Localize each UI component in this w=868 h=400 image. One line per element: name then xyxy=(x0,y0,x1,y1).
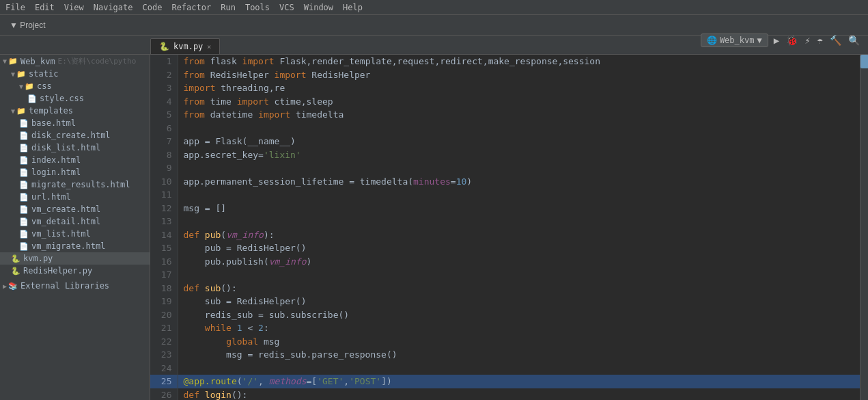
code-line-11: 11 xyxy=(150,188,860,202)
sidebar-label-redishelper: RedisHelper.py xyxy=(23,266,92,276)
sidebar-item-redishelper[interactable]: 🐍 RedisHelper.py xyxy=(0,265,150,277)
templates-expand: ▼ xyxy=(11,107,15,115)
menu-tools[interactable]: Tools xyxy=(245,3,270,12)
menu-help[interactable]: Help xyxy=(343,3,363,12)
scrollbar[interactable] xyxy=(860,55,868,400)
sidebar-label-index: index.html xyxy=(31,155,81,165)
sidebar-label-url: url.html xyxy=(31,192,71,202)
line-code-26: def login(): xyxy=(178,388,860,401)
project-dropdown-btn[interactable]: ▼ Project xyxy=(5,19,50,31)
sidebar-item-extlibs[interactable]: ▶ 📚 External Libraries xyxy=(0,280,150,292)
sidebar-item-vmdetail[interactable]: 📄 vm_detail.html xyxy=(0,215,150,228)
extlibs-expand: ▶ xyxy=(3,282,7,290)
run-icon[interactable]: ▶ xyxy=(771,34,782,47)
menu-window[interactable]: Window xyxy=(304,3,333,12)
sidebar-item-vmlist[interactable]: 📄 vm_list.html xyxy=(0,228,150,240)
line-num-19: 19 xyxy=(150,295,178,308)
build-icon[interactable]: 🔨 xyxy=(827,34,844,47)
search-icon[interactable]: 🔍 xyxy=(845,34,863,47)
code-line-16: 16 pub.publish(vm_info) xyxy=(150,255,860,269)
scrollbar-thumb[interactable] xyxy=(860,55,868,68)
code-line-3: 3 import threading,re xyxy=(150,81,860,95)
code-editor[interactable]: 1 from flask import Flask,render_templat… xyxy=(150,55,860,400)
coverage-icon[interactable]: ☂ xyxy=(815,34,826,47)
line-num-14: 14 xyxy=(150,228,178,242)
line-num-11: 11 xyxy=(150,188,178,202)
line-code-1: from flask import Flask,render_template,… xyxy=(178,55,860,68)
sidebar-item-templates[interactable]: ▼ 📁 templates xyxy=(0,105,150,117)
sidebar-label-login: login.html xyxy=(31,168,81,177)
sidebar-label-static: static xyxy=(29,69,58,79)
line-code-7: app = Flask(__name__) xyxy=(178,135,860,148)
menu-vcs[interactable]: VCS xyxy=(279,3,294,12)
sidebar-item-migrate-results[interactable]: 📄 migrate_results.html xyxy=(0,178,150,191)
line-code-12: msg = [] xyxy=(178,202,860,215)
code-line-1: 1 from flask import Flask,render_templat… xyxy=(150,55,860,68)
code-line-19: 19 sub = RedisHelper() xyxy=(150,295,860,308)
line-code-5: from datetime import timedelta xyxy=(178,108,860,122)
sidebar-label-templates: templates xyxy=(29,106,73,116)
code-line-8: 8 app.secret_key='lixin' xyxy=(150,148,860,162)
code-line-2: 2 from RedisHelper import RedisHelper xyxy=(150,68,860,82)
code-line-22: 22 global msg xyxy=(150,335,860,349)
sidebar-label-extlibs: External Libraries xyxy=(20,281,109,291)
html-icon-6: 📄 xyxy=(19,181,29,189)
menu-run[interactable]: Run xyxy=(221,3,236,12)
profile-icon[interactable]: ⚡ xyxy=(802,34,813,47)
sidebar-item-disklist[interactable]: 📄 disk_list.html xyxy=(0,142,150,154)
line-code-2: from RedisHelper import RedisHelper xyxy=(178,68,860,82)
expand-icon: ▼ xyxy=(3,57,7,65)
tab-close-btn[interactable]: × xyxy=(207,43,211,51)
sidebar-item-login[interactable]: 📄 login.html xyxy=(0,166,150,178)
sidebar-root[interactable]: ▼ 📁 Web_kvm E:\资料\code\pytho xyxy=(0,55,150,68)
redishelper-icon: 🐍 xyxy=(11,267,20,276)
extlibs-icon: 📚 xyxy=(8,282,18,291)
sidebar-item-kvmpy[interactable]: 🐍 kvm.py xyxy=(0,252,150,265)
sidebar-item-css[interactable]: ▼ 📁 css xyxy=(0,80,150,92)
line-num-18: 18 xyxy=(150,282,178,295)
sidebar-label-vmcreate: vm_create.html xyxy=(31,204,100,214)
menu-code[interactable]: Code xyxy=(143,3,163,12)
templates-folder-icon: 📁 xyxy=(16,107,26,116)
sidebar: ▼ 📁 Web_kvm E:\资料\code\pytho ▼ 📁 static … xyxy=(0,55,150,400)
code-line-26: 26 def login(): xyxy=(150,388,860,401)
css-folder-icon: 📁 xyxy=(25,82,34,91)
sidebar-item-url[interactable]: 📄 url.html xyxy=(0,191,150,203)
static-expand: ▼ xyxy=(11,70,15,78)
code-line-6: 6 xyxy=(150,122,860,135)
line-num-23: 23 xyxy=(150,348,178,362)
line-num-21: 21 xyxy=(150,321,178,335)
menu-refactor[interactable]: Refactor xyxy=(171,3,211,12)
menu-view[interactable]: View xyxy=(64,3,84,12)
css-file-icon: 📄 xyxy=(27,94,37,103)
sidebar-item-static[interactable]: ▼ 📁 static xyxy=(0,68,150,80)
sidebar-item-vmcreate[interactable]: 📄 vm_create.html xyxy=(0,203,150,215)
toolbar: ▼ Project 🌐 Web_kvm ▼ ▶ 🐞 ⚡ ☂ 🔨 🔍 xyxy=(0,15,868,36)
sidebar-item-diskcreate[interactable]: 📄 disk_create.html xyxy=(0,129,150,142)
line-num-20: 20 xyxy=(150,308,178,322)
html-icon-4: 📄 xyxy=(19,156,29,165)
menu-bar: File Edit View Navigate Code Refactor Ru… xyxy=(0,0,868,15)
line-num-17: 17 xyxy=(150,268,178,282)
menu-file[interactable]: File xyxy=(5,3,25,12)
sidebar-label-kvmpy: kvm.py xyxy=(23,254,53,263)
line-code-21: while 1 < 2: xyxy=(178,321,860,335)
tab-kvm-py[interactable]: 🐍 kvm.py × xyxy=(150,38,220,54)
toolbar-icons: ▶ 🐞 ⚡ ☂ 🔨 🔍 xyxy=(771,34,863,47)
code-line-12: 12 msg = [] xyxy=(150,202,860,215)
line-code-4: from time import ctime,sleep xyxy=(178,95,860,109)
sidebar-item-basehtml[interactable]: 📄 base.html xyxy=(0,117,150,129)
line-num-26: 26 xyxy=(150,388,178,401)
line-num-10: 10 xyxy=(150,175,178,189)
sidebar-item-index[interactable]: 📄 index.html xyxy=(0,154,150,166)
line-num-12: 12 xyxy=(150,202,178,215)
debug-icon[interactable]: 🐞 xyxy=(783,34,800,47)
breadcrumb-top[interactable]: 🌐 Web_kvm ▼ xyxy=(701,34,768,47)
sidebar-item-stylecss[interactable]: 📄 style.css xyxy=(0,92,150,105)
line-num-5: 5 xyxy=(150,108,178,122)
code-line-21: 21 while 1 < 2: xyxy=(150,321,860,335)
sidebar-item-vmmigrate[interactable]: 📄 vm_migrate.html xyxy=(0,240,150,252)
menu-navigate[interactable]: Navigate xyxy=(94,3,133,12)
menu-edit[interactable]: Edit xyxy=(35,3,55,12)
sidebar-label-diskcreate: disk_create.html xyxy=(31,131,111,140)
